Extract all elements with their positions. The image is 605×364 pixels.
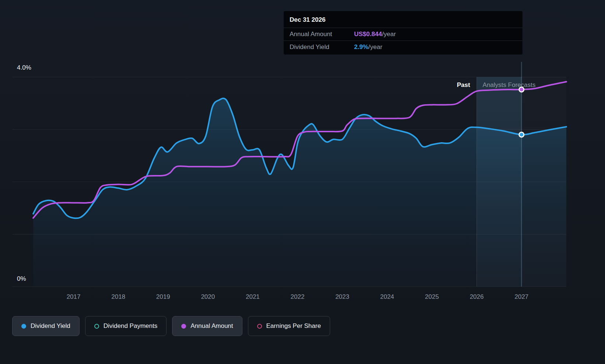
chart-canvas[interactable] (0, 0, 605, 364)
legend-label: Annual Amount (190, 322, 233, 330)
legend-label: Dividend Payments (104, 322, 157, 330)
legend-label: Dividend Yield (31, 322, 70, 330)
legend-item-dividend-payments[interactable]: Dividend Payments (85, 316, 167, 336)
tooltip-label-annual-amount: Annual Amount (290, 31, 354, 38)
tooltip-label-dividend-yield: Dividend Yield (290, 43, 354, 51)
legend-item-annual-amount[interactable]: Annual Amount (172, 316, 242, 336)
tooltip-value-dividend-yield: 2.9% (354, 43, 368, 51)
tooltip-row-annual-amount: Annual Amount US$0.844 /year (284, 28, 522, 41)
dividend-payments-ring-icon (94, 324, 99, 329)
chart-tooltip: Dec 31 2026 Annual Amount US$0.844 /year… (284, 11, 522, 55)
earnings-per-share-ring-icon (257, 324, 262, 329)
tooltip-value-annual-amount: US$0.844 (354, 31, 382, 38)
y-axis-label-top: 4.0% (17, 64, 31, 71)
tooltip-suffix-dividend-yield: /year (368, 43, 382, 51)
legend-item-earnings-per-share[interactable]: Earnings Per Share (248, 316, 330, 336)
dividend-history-forecast-chart: 4.0% 0% Past Analysts Forecasts 20172018… (0, 0, 605, 364)
legend-item-dividend-yield[interactable]: Dividend Yield (12, 316, 80, 336)
past-label: Past (457, 81, 470, 89)
dividend-yield-marker (519, 132, 524, 137)
annual-amount-dot-icon (181, 324, 186, 329)
legend-label: Earnings Per Share (266, 322, 321, 330)
tooltip-suffix-annual-amount: /year (382, 31, 396, 38)
tooltip-row-dividend-yield: Dividend Yield 2.9% /year (284, 41, 522, 55)
tooltip-date: Dec 31 2026 (284, 11, 522, 28)
forecast-label: Analysts Forecasts (483, 81, 536, 89)
dividend-yield-dot-icon (21, 324, 26, 329)
legend: Dividend YieldDividend PaymentsAnnual Am… (12, 316, 330, 336)
y-axis-label-zero: 0% (17, 275, 26, 283)
